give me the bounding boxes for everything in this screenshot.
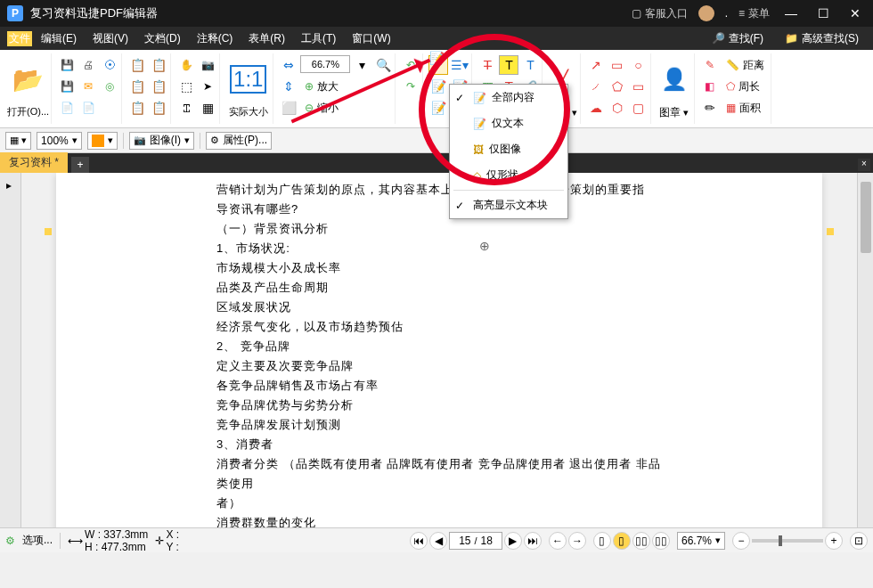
view-continuous[interactable]: ▯ — [613, 532, 631, 550]
maximize-button[interactable]: ☐ — [812, 6, 834, 20]
highlight-tool[interactable]: T — [499, 55, 518, 75]
save-button[interactable]: 💾 — [57, 55, 77, 75]
dd-highlight-text[interactable]: ✓高亮显示文本块 — [450, 192, 567, 218]
rect-tool[interactable]: ▭ — [608, 55, 627, 75]
toolbar-btn-5[interactable]: 📄 — [78, 98, 98, 118]
advanced-find-button[interactable]: 📁高级查找(S) — [778, 29, 866, 48]
menu-comment[interactable]: 注释(C) — [190, 29, 241, 48]
select-tool[interactable]: ⬚ — [176, 77, 196, 96]
image-dropdown[interactable]: 📷 图像(I) ▾ — [129, 132, 194, 150]
zoom-combo-arrow[interactable]: ▾ — [352, 55, 371, 75]
side-collapse[interactable]: ▸ — [0, 176, 18, 194]
cursor-tool[interactable]: ➤ — [198, 77, 217, 96]
menu-view[interactable]: 视图(V) — [86, 29, 135, 48]
cloud-rect-tool[interactable]: ▭ — [629, 77, 649, 96]
email-button[interactable]: ✉ — [78, 77, 98, 96]
clipboard-1[interactable]: 📋 — [127, 55, 147, 75]
opacity-combo[interactable]: 100% ▾ — [37, 132, 82, 150]
avatar[interactable] — [698, 5, 714, 21]
document-tab[interactable]: 复习资料 * — [0, 152, 68, 173]
camera-tool[interactable]: 📷 — [198, 55, 217, 75]
zoom-status-combo[interactable]: 66.7% ▾ — [677, 532, 725, 550]
nav-forward-button[interactable]: → — [568, 532, 586, 550]
zoom-out-status[interactable]: − — [732, 532, 750, 550]
next-page-button[interactable]: ▶ — [504, 532, 522, 550]
actual-size-button[interactable]: 1:1 — [225, 55, 271, 103]
menu-file[interactable]: 文件 — [7, 31, 32, 46]
fit-page[interactable]: ⬜ — [279, 98, 298, 118]
nav-back-button[interactable]: ← — [549, 532, 567, 550]
vertical-scrollbar[interactable] — [857, 173, 873, 527]
stamp-dropdown[interactable]: 👤 — [657, 55, 692, 103]
prev-page-button[interactable]: ◀ — [429, 532, 447, 550]
text-tool[interactable]: T — [520, 55, 540, 75]
menu-document[interactable]: 文档(D) — [137, 29, 188, 48]
clipboard-5[interactable]: 📋 — [127, 98, 147, 118]
shape-tool-2[interactable]: ▢ — [629, 98, 649, 118]
fit-height[interactable]: ⇕ — [279, 77, 298, 96]
zoom-tool[interactable]: 🔍 — [373, 55, 393, 75]
toolbar-btn-1[interactable]: 🖸 — [100, 55, 119, 75]
distance-tool[interactable]: 📏距离 — [722, 55, 769, 75]
eraser-tool[interactable]: ◧ — [700, 77, 720, 96]
clipboard-3[interactable]: 📋 — [127, 77, 147, 96]
dd-text-only[interactable]: 📝仅文本 — [450, 110, 567, 136]
last-page-button[interactable]: ⏭ — [524, 532, 542, 550]
shape-tool-1[interactable]: ⬡ — [608, 98, 627, 118]
area-tool[interactable]: ▦面积 — [722, 98, 765, 118]
menu-tool[interactable]: 工具(T) — [294, 29, 343, 48]
text-select-tool[interactable]: Ɪ — [176, 98, 196, 118]
open-button[interactable]: 📂 — [7, 55, 49, 103]
brush-tool[interactable]: ✏ — [700, 98, 720, 118]
view-facing-cont[interactable]: ▯▯ — [652, 532, 670, 550]
properties-button[interactable]: ⚙ 属性(P)... — [206, 132, 272, 150]
redo-button[interactable]: ↷ — [401, 77, 420, 96]
pencil-tool[interactable]: ✎ — [700, 55, 720, 75]
dd-all-content[interactable]: ✓📝全部内容 — [450, 85, 567, 110]
fit-status[interactable]: ⊡ — [850, 532, 868, 550]
tab-close-button[interactable]: × — [858, 159, 870, 171]
toolbar-btn-4[interactable]: 📄 — [57, 98, 77, 118]
toolbar-btn-3[interactable]: ◎ — [100, 77, 119, 96]
grid-combo[interactable]: ▦ ▾ — [5, 132, 31, 150]
zoom-slider[interactable] — [752, 539, 823, 543]
view-facing[interactable]: ▯▯ — [632, 532, 650, 550]
view-single[interactable]: ▯ — [593, 532, 611, 550]
find-button[interactable]: 🔎查找(F) — [705, 29, 771, 48]
page-handle-left[interactable] — [45, 228, 52, 235]
page-input[interactable]: 15 /18 — [449, 532, 502, 550]
edit-content-button[interactable]: 📝▾ — [428, 55, 448, 75]
form-button[interactable]: ☰▾ — [450, 55, 469, 75]
toolbar-btn-2[interactable]: 💾 — [57, 77, 77, 96]
zoom-combo[interactable] — [300, 55, 350, 73]
zoom-in-button[interactable]: ⊕放大 — [300, 77, 343, 96]
clipboard-2[interactable]: 📋 — [149, 55, 168, 75]
circle-tool[interactable]: ○ — [629, 55, 649, 75]
undo-button[interactable]: ↶ — [401, 55, 420, 75]
tool-misc[interactable]: ▦ — [198, 98, 217, 118]
hand-tool[interactable]: ✋ — [176, 55, 196, 75]
clipboard-6[interactable]: 📋 — [149, 98, 168, 118]
dd-image-only[interactable]: 🖼仅图像 — [450, 136, 567, 162]
close-button[interactable]: ✕ — [844, 6, 866, 20]
menu-form[interactable]: 表单(R) — [241, 29, 292, 48]
document-viewport[interactable]: ⊕ 营销计划为广告策划的原点，其内容基本上应该包括 提供给广告策划的重要指导资讯… — [21, 173, 857, 527]
zoom-out-button[interactable]: ⊖缩小 — [300, 98, 343, 118]
polygon-tool[interactable]: ⬠ — [608, 77, 627, 96]
fit-width[interactable]: ⇔ — [279, 55, 298, 75]
clipboard-4[interactable]: 📋 — [149, 77, 168, 96]
customer-service-button[interactable]: ▢客服入口 — [632, 6, 688, 21]
zoom-in-status[interactable]: + — [825, 532, 843, 550]
new-tab-button[interactable]: + — [71, 157, 89, 173]
menu-edit[interactable]: 编辑(E) — [34, 29, 84, 48]
arrow-tool[interactable]: ↗ — [586, 55, 606, 75]
color-combo[interactable]: ▾ — [87, 132, 118, 150]
menu-window[interactable]: 窗口(W) — [345, 29, 397, 48]
minimize-button[interactable]: — — [780, 6, 802, 20]
perimeter-tool[interactable]: ⬠周长 — [722, 77, 764, 96]
scroll-thumb[interactable] — [861, 182, 871, 253]
dd-shape-only[interactable]: ◇仅形状 — [450, 162, 567, 188]
first-page-button[interactable]: ⏮ — [410, 532, 428, 550]
main-menu-button[interactable]: ≡菜单 — [738, 6, 770, 21]
edit-text-1[interactable]: 📝 — [428, 77, 448, 96]
